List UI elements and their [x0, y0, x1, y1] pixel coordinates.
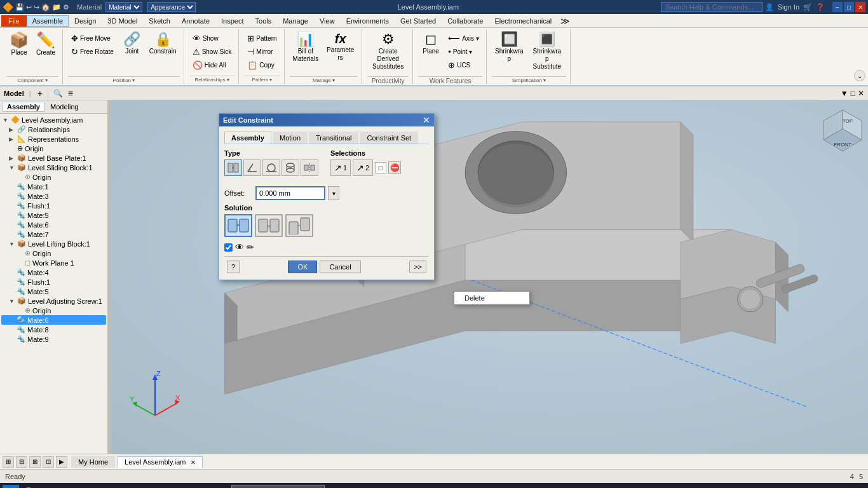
joint-button[interactable]: 🔗 Joint — [119, 30, 145, 75]
menu-assemble[interactable]: Assemble — [27, 15, 69, 27]
free-move-button[interactable]: ✥ Free Move — [68, 32, 117, 44]
tree-item-sliding-block[interactable]: ▼ 📦 Level Sliding Block:1 — [1, 163, 106, 172]
tree-item-adjusting-screw[interactable]: ▼ 📦 Level Adjusting Screw:1 — [1, 296, 106, 306]
sign-in-label[interactable]: Sign In — [778, 3, 799, 11]
options-icon[interactable]: ⚙ — [63, 3, 69, 11]
tree-item-mate5[interactable]: 🔩 Mate:5 — [1, 210, 106, 220]
relationships-group-label[interactable]: Relationships▾ — [189, 76, 235, 83]
hide-all-button[interactable]: 🚫 Hide All — [189, 58, 235, 71]
shrinkwrap-sub-button[interactable]: 🔳 ShrinkwrapSubstitute — [528, 30, 566, 75]
position-group-label[interactable]: Position▾ — [68, 76, 180, 83]
manage-group-label[interactable]: Manage▾ — [290, 76, 358, 83]
dialog-ok-button[interactable]: OK — [288, 261, 317, 273]
menu-electromechanical[interactable]: Electromechanical — [489, 15, 557, 27]
offset-input[interactable] — [255, 186, 325, 200]
copy-button[interactable]: 📋 Copy — [244, 58, 280, 71]
dialog-help-button[interactable]: ? — [227, 261, 240, 273]
tree-item-mate4[interactable]: 🔩 Mate:4 — [1, 268, 106, 277]
axis-button[interactable]: ⟵ Axis ▾ — [445, 32, 482, 44]
simplification-group-label[interactable]: Simplification▾ — [492, 76, 566, 83]
tree-item-mate6-highlighted[interactable]: 🔩 Mate:6 — [1, 315, 106, 325]
tab-modeling[interactable]: Modeling — [46, 102, 83, 112]
navigate-icon[interactable]: ▶ — [56, 456, 67, 468]
tree-item-mate9[interactable]: 🔩 Mate:9 — [1, 334, 106, 344]
start-button[interactable]: ⊞ — [3, 485, 19, 488]
type-btn-mate[interactable] — [224, 159, 242, 176]
selection-checkbox-btn[interactable]: □ — [375, 162, 386, 173]
solution-btn-2[interactable] — [255, 214, 283, 237]
pattern-group-label[interactable]: Pattern▾ — [244, 76, 280, 83]
place-button[interactable]: 📦 Place — [6, 30, 32, 75]
tree-item-lifting-origin[interactable]: ⊕ Origin — [1, 248, 106, 258]
taskbar-autodesk-inventor[interactable]: 🔶 Autodesk Inventor Pr... — [231, 485, 325, 488]
split-view-icon[interactable]: ⊠ — [29, 456, 41, 468]
menu-getstarted[interactable]: Get Started — [395, 15, 442, 27]
dialog-more-button[interactable]: >> — [409, 261, 426, 273]
tree-item-representations[interactable]: ▶ 📐 Representations — [1, 134, 106, 144]
menu-manage[interactable]: Manage — [277, 15, 314, 27]
taskbar-file-explorer[interactable]: 📁 C:\Users\ortiza2\Pict... — [42, 485, 134, 488]
show-sick-button[interactable]: ⚠ Show Sick — [189, 45, 235, 58]
menu-sketch[interactable]: Sketch — [143, 15, 176, 27]
plane-button[interactable]: ◻ Plane — [418, 30, 444, 75]
tab-my-home[interactable]: My Home — [71, 456, 115, 468]
restore-button[interactable]: □ — [844, 2, 854, 12]
search-input[interactable] — [661, 2, 763, 12]
tree-item-workplane1[interactable]: ◻ Work Plane 1 — [1, 258, 106, 268]
type-btn-insert[interactable] — [281, 159, 299, 176]
dialog-cancel-button[interactable]: Cancel — [320, 261, 360, 273]
tree-item-origin-root[interactable]: ▶ ⊕ Origin — [1, 144, 106, 153]
tree-item-lifting-block[interactable]: ▼ 📦 Level Lifting Block:1 — [1, 239, 106, 248]
menu-tools[interactable]: Tools — [250, 15, 278, 27]
tree-item-mate7[interactable]: 🔩 Mate:7 — [1, 229, 106, 239]
project-icon[interactable]: 📁 — [52, 3, 61, 11]
preview-checkbox[interactable] — [224, 243, 233, 252]
tree-item-mate6-sliding[interactable]: 🔩 Mate:6 — [1, 220, 106, 229]
minimize-button[interactable]: − — [832, 2, 843, 12]
tree-item-flush1[interactable]: 🔩 Flush:1 — [1, 201, 106, 210]
cart-icon[interactable]: 🛒 — [803, 3, 812, 11]
ribbon-expand-button[interactable]: ⌄ — [854, 70, 865, 81]
mirror-button[interactable]: ⊣ Mirror — [244, 45, 280, 58]
point-button[interactable]: • Point ▾ — [445, 45, 482, 58]
menu-collaborate[interactable]: Collaborate — [442, 15, 489, 27]
model-menu-button[interactable]: ≡ — [67, 88, 74, 98]
tile-view-icon[interactable]: ⊟ — [16, 456, 27, 468]
shrinkwrap-button[interactable]: 🔲 Shrinkwrap — [492, 30, 527, 75]
pattern-button[interactable]: ⊞ Pattern — [244, 32, 280, 44]
tree-item-screw-origin[interactable]: ⊕ Origin — [1, 306, 106, 315]
dialog-tab-motion[interactable]: Motion — [273, 132, 308, 144]
solution-btn-3[interactable] — [285, 214, 313, 237]
panel-close-button[interactable]: ✕ — [858, 89, 864, 98]
help-icon[interactable]: ❓ — [816, 3, 825, 11]
selection-btn-2[interactable]: ↗ 2 — [353, 159, 373, 176]
tree-root[interactable]: ▼ 🔶 Level Assembly.iam — [1, 115, 106, 125]
menu-more[interactable]: ≫ — [557, 14, 573, 28]
model-search-button[interactable]: 🔍 — [52, 89, 64, 98]
close-button[interactable]: ✕ — [855, 2, 865, 12]
bom-button[interactable]: 📊 Bill ofMaterials — [290, 30, 322, 75]
tab-close-icon[interactable]: ✕ — [191, 459, 196, 466]
dialog-tab-transitional[interactable]: Transitional — [309, 132, 358, 144]
viewport[interactable]: Delete Z X Y — [111, 100, 868, 454]
dialog-tab-constraint-set[interactable]: Constraint Set — [360, 132, 418, 144]
solution-btn-1[interactable] — [224, 214, 252, 237]
tree-item-mate1[interactable]: 🔩 Mate:1 — [1, 182, 106, 191]
menu-3dmodel[interactable]: 3D Model — [102, 15, 143, 27]
panel-max-button[interactable]: □ — [851, 89, 855, 98]
tree-item-base-plate[interactable]: ▶ 📦 Level Base Plate:1 — [1, 153, 106, 163]
parameters-button[interactable]: fx Parameters — [323, 30, 358, 75]
menu-annotate[interactable]: Annotate — [176, 15, 215, 27]
ucs-button[interactable]: ⊕ UCS — [445, 58, 482, 71]
menu-inspect[interactable]: Inspect — [215, 15, 249, 27]
selection-btn-1[interactable]: ↗ 1 — [330, 159, 351, 176]
appearance-dropdown[interactable]: Appearance — [147, 2, 196, 12]
tree-item-sliding-origin[interactable]: ▶ ⊕ Origin — [1, 172, 106, 182]
tree-item-mate5-lifting[interactable]: 🔩 Mate:5 — [1, 287, 106, 296]
type-btn-angle[interactable] — [243, 159, 261, 176]
constrain-button[interactable]: 🔒 Constrain — [146, 30, 180, 75]
menu-environments[interactable]: Environments — [341, 15, 395, 27]
free-rotate-button[interactable]: ↻ Free Rotate — [68, 45, 117, 58]
component-group-label[interactable]: Component▾ — [6, 76, 58, 83]
create-derived-button[interactable]: ⚙ Create DerivedSubstitutes — [367, 30, 409, 75]
